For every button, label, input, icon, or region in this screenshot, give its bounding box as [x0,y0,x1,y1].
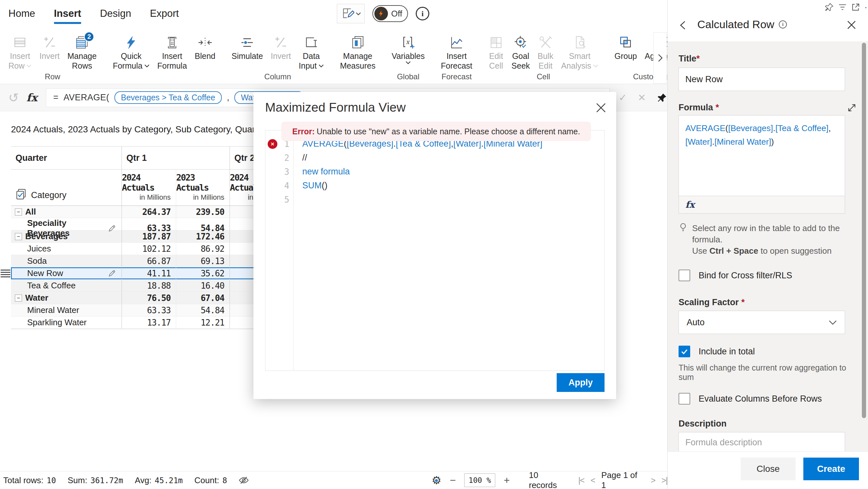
fx-icon: fx [679,196,845,213]
ribbon-tab-bar: HomeInsertDesignExport Off i [0,0,667,30]
invert-button[interactable]: Invert [36,33,64,61]
row-label: New Row [27,268,63,278]
bind-cross-filter-checkbox[interactable]: Bind for Cross filter/RLS [679,269,856,281]
records-count: 10 records [529,470,569,489]
button-label: Variables [392,51,425,61]
more-options-icon[interactable]: ⋯ [864,3,868,12]
insert-formula-button[interactable]: InsertFormula [154,33,191,71]
ribbon-group-label: Global [388,72,428,83]
hide-aggregates-icon[interactable] [239,475,249,485]
error-icon [268,139,277,149]
formula-text[interactable]: AVERAGE([Beverages].[Tea & Coffee],[Wate… [679,116,845,196]
title-input[interactable] [679,68,845,91]
zoom-out-button[interactable]: − [450,474,456,486]
checkbox-unchecked-icon[interactable] [679,269,690,281]
ribbon-group-row: InsertRowInvert2ManageRowsRow [3,30,102,84]
simulate-icon [240,34,255,51]
pin-icon[interactable] [825,3,834,12]
formula-code-editor[interactable]: 1AVERAGE([Beverages].[Tea & Coffee],[Wat… [265,130,604,371]
live-editing-toggle[interactable]: Off [372,5,408,22]
blend-button[interactable]: Blend [191,33,219,61]
info-icon[interactable]: i [416,7,429,20]
undo-icon[interactable]: ↺ [8,92,19,104]
line-number: 2 [266,153,293,163]
collapse-icon[interactable]: − [15,294,22,301]
edit-cell-button[interactable]: EditCell [485,33,507,71]
settings-gear-icon[interactable]: ⚙ [432,475,441,486]
fx-icon: fx [27,91,37,104]
tab-insert[interactable]: Insert [54,8,81,24]
apply-button[interactable]: Apply [557,373,604,392]
button-label: Edit [538,61,553,70]
edit-table-button[interactable] [337,4,365,23]
expand-formula-icon[interactable] [847,103,856,112]
simulate-button[interactable]: Simulate [227,33,267,61]
button-label: Input [299,61,324,70]
close-icon[interactable] [847,20,856,30]
manage-rows-button[interactable]: 2ManageRows [64,33,100,71]
zoom-in-button[interactable]: + [504,474,510,486]
popout-icon[interactable] [851,3,860,12]
stat-label: Avg: [135,476,152,485]
collapse-icon[interactable]: − [15,208,22,215]
info-icon[interactable]: i [779,20,787,28]
smart-analysis-button[interactable]: SmartAnalysis [557,33,602,71]
row-drag-handle-icon[interactable] [1,269,10,277]
column-header-qtr1[interactable]: Qtr 1 [122,147,230,169]
checkbox-unchecked-icon[interactable] [679,393,690,405]
zoom-level[interactable]: 100 % [464,473,495,487]
description-input[interactable] [679,432,845,452]
tab-export[interactable]: Export [150,8,179,24]
button-label: Cell [489,61,503,70]
pin-icon[interactable] [657,92,667,103]
stat-label: Total rows: [3,476,43,485]
scaling-factor-select[interactable]: Auto [679,311,845,334]
data-input-button[interactable]: DataInput [295,33,328,71]
insert-row-button[interactable]: InsertRow [4,33,36,71]
bulk-edit-button[interactable]: BulkEdit [534,33,557,71]
discard-formula-icon[interactable]: ✕ [638,92,646,103]
code-text: SUM() [293,180,328,191]
row-label: Mineral Water [27,305,79,315]
invert-button[interactable]: Invert [267,33,295,61]
measure-header-2024[interactable]: 2024 Actuals in Millions [122,170,176,205]
formula-tip: Select any row in the table to add to th… [679,223,856,257]
quick-formula-button[interactable]: QuickFormula [109,33,154,71]
tab-home[interactable]: Home [8,8,35,24]
tab-design[interactable]: Design [100,8,131,24]
ribbon-expand-button[interactable] [653,32,667,84]
formula-pill-1[interactable]: Beverages > Tea & Coffee [115,91,222,104]
last-page-button[interactable]: >| [661,476,667,485]
button-label: Forecast [441,61,472,70]
filter-icon[interactable] [838,3,847,12]
close-button[interactable]: Close [741,458,796,480]
back-chevron-icon[interactable] [680,21,686,30]
create-button[interactable]: Create [803,458,859,480]
first-page-button[interactable]: |< [578,476,584,485]
next-page-button[interactable]: > [651,476,655,485]
prev-page-button[interactable]: < [591,476,595,485]
stat-value: 361.72m [91,476,123,485]
button-label: Data [303,51,320,61]
column-header-quarter[interactable]: Quarter [11,147,122,169]
ribbon-group-label: Forecast [437,72,476,83]
evaluate-columns-checkbox[interactable]: Evaluate Columns Before Rows [679,393,856,405]
formula-editor-field[interactable]: AVERAGE([Beverages].[Tea & Coffee],[Wate… [679,115,845,213]
edit-pencil-icon[interactable] [107,269,116,278]
variables-button[interactable]: xVariables [388,33,428,65]
commit-formula-icon[interactable]: ✓ [619,92,627,103]
group-button[interactable]: Group [611,33,641,61]
include-in-total-checkbox[interactable]: Include in total [679,346,856,357]
insert-forecast-button[interactable]: InsertForecast [437,33,476,71]
close-icon[interactable] [595,102,607,113]
value-cell-2023: 86.92 [176,243,230,255]
chevron-down-icon [405,61,411,64]
category-header[interactable]: Category [11,170,122,205]
row-label-cell: −Water [11,292,122,304]
goal-seek-button[interactable]: GoalSeek [507,33,534,71]
panel-scrollbar[interactable] [862,43,866,418]
collapse-icon[interactable]: − [15,233,22,240]
manage-measures-button[interactable]: ManageMeasures [336,33,379,71]
checkbox-checked-icon[interactable] [679,346,690,357]
measure-header-2023[interactable]: 2023 Actuals in Millions [176,170,230,205]
